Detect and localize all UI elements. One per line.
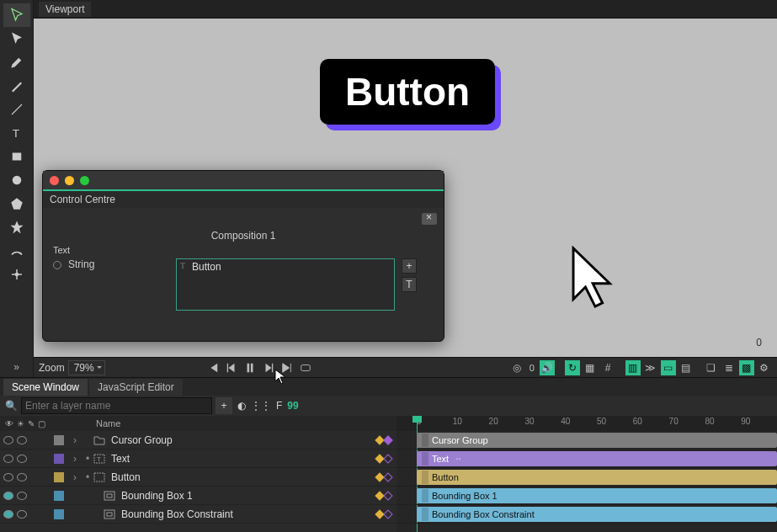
lock-header-icon[interactable]: ✎ (28, 419, 35, 428)
text-options-button[interactable]: T (402, 277, 417, 292)
gear-icon[interactable]: ⚙ (757, 360, 772, 375)
timeline-clip[interactable]: Button (417, 470, 777, 485)
go-start-button[interactable] (205, 360, 221, 375)
layer-row[interactable]: Bounding Box 1 (0, 487, 396, 505)
viewport-tab[interactable]: Viewport (39, 2, 91, 17)
color-swatch[interactable] (54, 454, 64, 464)
polygon-tool[interactable] (3, 192, 30, 215)
keyframe-indicators[interactable] (356, 455, 396, 462)
keyframe-indicators[interactable] (356, 474, 396, 481)
timeline-track[interactable]: Button (396, 468, 777, 487)
safe-zone-icon[interactable]: ▭ (661, 360, 676, 375)
tool-overflow[interactable]: » (13, 357, 19, 377)
color-swatch[interactable] (54, 491, 64, 501)
layer-row[interactable]: ›•TText (0, 450, 396, 468)
ellipse-tool[interactable] (3, 168, 30, 192)
add-line-button[interactable]: + (402, 258, 417, 274)
globe-icon[interactable]: ◐ (237, 400, 246, 412)
guides-icon[interactable]: ▤ (679, 360, 694, 375)
solo-toggle[interactable] (17, 510, 27, 519)
loop-button[interactable] (298, 360, 313, 375)
expand-toggle[interactable]: › (67, 434, 82, 446)
timeline-ruler[interactable]: 0102030405060708090100 (396, 416, 777, 431)
line-tool[interactable] (3, 98, 30, 121)
keyframe-indicators[interactable] (356, 437, 396, 444)
canvas[interactable]: Button 0 Control Centre Composition 1 (34, 19, 777, 357)
svg-text:T: T (97, 455, 101, 463)
search-input[interactable] (21, 397, 212, 414)
window-zoom[interactable] (80, 176, 89, 185)
solo-toggle[interactable] (17, 455, 27, 463)
toggle-a-icon[interactable]: ◎ (509, 360, 524, 375)
layer-row[interactable]: ›Cursor Group (0, 431, 396, 450)
timeline[interactable]: 0102030405060708090100 Cursor GroupText◦… (396, 416, 777, 532)
timeline-track[interactable]: Cursor Group (396, 431, 777, 450)
tab-javascript-editor[interactable]: JavaScript Editor (89, 379, 183, 396)
keyframe-dot[interactable]: • (82, 471, 93, 483)
add-layer-button[interactable]: + (216, 397, 232, 414)
timeline-track[interactable]: Bounding Box Constraint (396, 505, 777, 524)
frame-value[interactable]: 99 (287, 400, 298, 412)
timeline-track[interactable]: Bounding Box 1 (396, 487, 777, 505)
visibility-header-icon[interactable]: 👁 (5, 419, 13, 428)
frame-label: F (276, 400, 282, 412)
control-centre-window[interactable]: Control Centre Composition 1 Text String… (42, 170, 444, 342)
brush-tool[interactable] (3, 74, 30, 98)
solo-toggle[interactable] (17, 473, 27, 481)
window-minimize[interactable] (65, 176, 74, 185)
layer-row[interactable]: Bounding Box Constraint (0, 505, 396, 524)
null-tool[interactable] (3, 263, 30, 286)
timeline-track[interactable]: Text◦◦ (396, 450, 777, 468)
visibility-toggle[interactable] (3, 510, 13, 519)
string-input[interactable]: T Button (176, 258, 395, 311)
snap-icon[interactable]: # (600, 360, 615, 375)
string-radio[interactable] (53, 261, 61, 269)
timeline-clip[interactable]: Bounding Box 1 (417, 488, 777, 503)
refresh-icon[interactable]: ↻ (565, 360, 580, 375)
layout1-icon[interactable]: ▥ (625, 360, 641, 375)
color-swatch[interactable] (54, 435, 64, 445)
solo-toggle[interactable] (17, 436, 27, 444)
motion-blur-icon[interactable]: ≫ (643, 360, 658, 375)
checker-icon[interactable]: ▩ (739, 360, 754, 375)
color-swatch[interactable] (54, 472, 64, 482)
timeline-clip[interactable]: Text◦◦ (417, 451, 777, 466)
solo-toggle[interactable] (17, 492, 27, 500)
keyframe-dot[interactable]: • (82, 453, 93, 465)
pause-button[interactable] (242, 360, 258, 375)
rectangle-tool[interactable] (3, 145, 30, 168)
window-close[interactable] (50, 176, 59, 185)
audio-icon[interactable]: 🔊 (540, 360, 555, 375)
move-tool[interactable] (3, 27, 30, 51)
solo-header-icon[interactable]: ☀ (17, 419, 24, 428)
grid-icon[interactable]: ▦ (583, 360, 598, 375)
visibility-toggle[interactable] (3, 455, 13, 463)
arc-tool[interactable] (3, 239, 30, 263)
tab-scene-window[interactable]: Scene Window (3, 379, 88, 396)
overlap-icon[interactable]: ❏ (704, 360, 719, 375)
clear-icon[interactable] (422, 213, 437, 225)
clip-label: Bounding Box Constraint (432, 509, 535, 519)
star-tool[interactable] (3, 215, 30, 239)
color-swatch[interactable] (54, 509, 64, 519)
step-back-button[interactable] (224, 360, 239, 375)
timeline-clip[interactable]: Bounding Box Constraint (417, 507, 777, 522)
select-tool[interactable] (3, 3, 30, 27)
keyframe-indicators[interactable] (356, 492, 396, 499)
expand-toggle[interactable]: › (67, 453, 82, 465)
text-tool[interactable]: T (3, 121, 30, 145)
visibility-toggle[interactable] (3, 436, 13, 444)
filter-icon[interactable]: ⋮⋮ (251, 400, 271, 412)
zoom-value[interactable]: 79% (68, 360, 105, 375)
keyframe-indicators[interactable] (356, 511, 396, 518)
layer-name: Bounding Box Constraint (121, 508, 356, 520)
pen-tool[interactable] (3, 51, 30, 74)
layer-row[interactable]: ›•Button (0, 468, 396, 487)
matte-header-icon[interactable]: ▢ (38, 419, 45, 428)
timeline-clip[interactable]: Cursor Group (417, 433, 777, 448)
visibility-toggle[interactable] (3, 492, 13, 500)
visibility-toggle[interactable] (3, 473, 13, 481)
zoom-control[interactable]: Zoom 79% (39, 360, 105, 375)
expand-toggle[interactable]: › (67, 471, 82, 483)
layers-icon[interactable]: ≣ (721, 360, 737, 375)
